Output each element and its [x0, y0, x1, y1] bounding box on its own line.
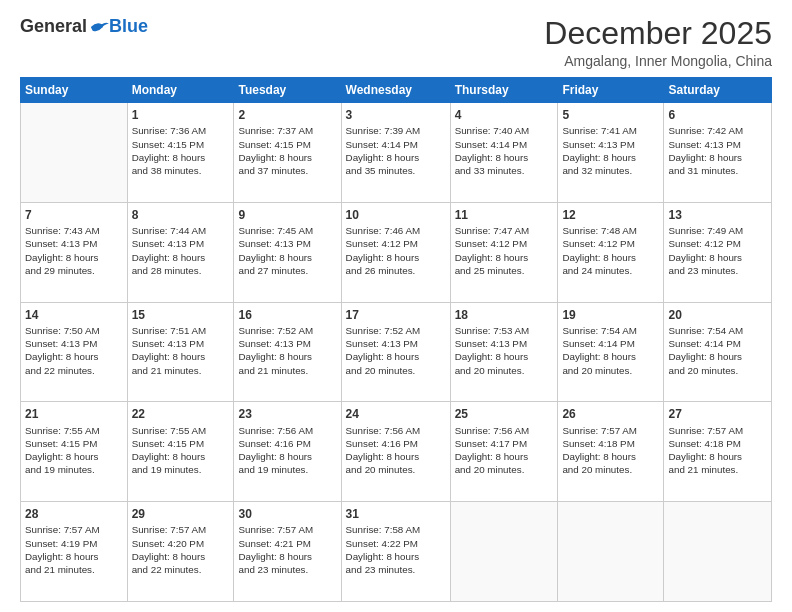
day-info: Sunrise: 7:43 AM Sunset: 4:13 PM Dayligh…	[25, 224, 123, 277]
title-section: December 2025 Amgalang, Inner Mongolia, …	[544, 16, 772, 69]
day-number: 15	[132, 307, 230, 323]
day-number: 13	[668, 207, 767, 223]
weekday-header-friday: Friday	[558, 78, 664, 103]
day-info: Sunrise: 7:54 AM Sunset: 4:14 PM Dayligh…	[668, 324, 767, 377]
calendar-cell	[21, 103, 128, 203]
logo-general-text: General	[20, 16, 87, 37]
calendar-cell: 18Sunrise: 7:53 AM Sunset: 4:13 PM Dayli…	[450, 302, 558, 402]
day-info: Sunrise: 7:57 AM Sunset: 4:21 PM Dayligh…	[238, 523, 336, 576]
calendar-cell: 16Sunrise: 7:52 AM Sunset: 4:13 PM Dayli…	[234, 302, 341, 402]
day-number: 25	[455, 406, 554, 422]
day-number: 5	[562, 107, 659, 123]
calendar-cell: 8Sunrise: 7:44 AM Sunset: 4:13 PM Daylig…	[127, 202, 234, 302]
day-info: Sunrise: 7:56 AM Sunset: 4:16 PM Dayligh…	[346, 424, 446, 477]
weekday-header-sunday: Sunday	[21, 78, 128, 103]
calendar-cell: 9Sunrise: 7:45 AM Sunset: 4:13 PM Daylig…	[234, 202, 341, 302]
day-info: Sunrise: 7:42 AM Sunset: 4:13 PM Dayligh…	[668, 124, 767, 177]
day-info: Sunrise: 7:41 AM Sunset: 4:13 PM Dayligh…	[562, 124, 659, 177]
day-number: 10	[346, 207, 446, 223]
weekday-header-tuesday: Tuesday	[234, 78, 341, 103]
page: General Blue December 2025 Amgalang, Inn…	[0, 0, 792, 612]
calendar-table: SundayMondayTuesdayWednesdayThursdayFrid…	[20, 77, 772, 602]
calendar-cell: 27Sunrise: 7:57 AM Sunset: 4:18 PM Dayli…	[664, 402, 772, 502]
calendar-cell: 31Sunrise: 7:58 AM Sunset: 4:22 PM Dayli…	[341, 502, 450, 602]
calendar-cell: 26Sunrise: 7:57 AM Sunset: 4:18 PM Dayli…	[558, 402, 664, 502]
day-info: Sunrise: 7:36 AM Sunset: 4:15 PM Dayligh…	[132, 124, 230, 177]
day-number: 12	[562, 207, 659, 223]
day-info: Sunrise: 7:57 AM Sunset: 4:18 PM Dayligh…	[668, 424, 767, 477]
day-number: 8	[132, 207, 230, 223]
calendar-cell: 2Sunrise: 7:37 AM Sunset: 4:15 PM Daylig…	[234, 103, 341, 203]
calendar-cell: 20Sunrise: 7:54 AM Sunset: 4:14 PM Dayli…	[664, 302, 772, 402]
calendar-cell: 11Sunrise: 7:47 AM Sunset: 4:12 PM Dayli…	[450, 202, 558, 302]
day-info: Sunrise: 7:50 AM Sunset: 4:13 PM Dayligh…	[25, 324, 123, 377]
day-info: Sunrise: 7:46 AM Sunset: 4:12 PM Dayligh…	[346, 224, 446, 277]
logo: General Blue	[20, 16, 148, 37]
day-info: Sunrise: 7:57 AM Sunset: 4:20 PM Dayligh…	[132, 523, 230, 576]
day-number: 24	[346, 406, 446, 422]
day-info: Sunrise: 7:49 AM Sunset: 4:12 PM Dayligh…	[668, 224, 767, 277]
day-number: 28	[25, 506, 123, 522]
day-number: 22	[132, 406, 230, 422]
calendar-cell: 30Sunrise: 7:57 AM Sunset: 4:21 PM Dayli…	[234, 502, 341, 602]
calendar-week-4: 21Sunrise: 7:55 AM Sunset: 4:15 PM Dayli…	[21, 402, 772, 502]
day-number: 20	[668, 307, 767, 323]
calendar-cell: 6Sunrise: 7:42 AM Sunset: 4:13 PM Daylig…	[664, 103, 772, 203]
day-info: Sunrise: 7:44 AM Sunset: 4:13 PM Dayligh…	[132, 224, 230, 277]
day-info: Sunrise: 7:51 AM Sunset: 4:13 PM Dayligh…	[132, 324, 230, 377]
calendar-cell	[558, 502, 664, 602]
day-info: Sunrise: 7:52 AM Sunset: 4:13 PM Dayligh…	[238, 324, 336, 377]
calendar-cell: 29Sunrise: 7:57 AM Sunset: 4:20 PM Dayli…	[127, 502, 234, 602]
weekday-header-wednesday: Wednesday	[341, 78, 450, 103]
day-info: Sunrise: 7:55 AM Sunset: 4:15 PM Dayligh…	[25, 424, 123, 477]
day-info: Sunrise: 7:57 AM Sunset: 4:18 PM Dayligh…	[562, 424, 659, 477]
day-info: Sunrise: 7:47 AM Sunset: 4:12 PM Dayligh…	[455, 224, 554, 277]
weekday-header-monday: Monday	[127, 78, 234, 103]
day-info: Sunrise: 7:54 AM Sunset: 4:14 PM Dayligh…	[562, 324, 659, 377]
calendar-cell: 10Sunrise: 7:46 AM Sunset: 4:12 PM Dayli…	[341, 202, 450, 302]
day-number: 16	[238, 307, 336, 323]
day-number: 18	[455, 307, 554, 323]
day-number: 30	[238, 506, 336, 522]
calendar-week-1: 1Sunrise: 7:36 AM Sunset: 4:15 PM Daylig…	[21, 103, 772, 203]
day-number: 21	[25, 406, 123, 422]
calendar-cell: 1Sunrise: 7:36 AM Sunset: 4:15 PM Daylig…	[127, 103, 234, 203]
calendar-week-3: 14Sunrise: 7:50 AM Sunset: 4:13 PM Dayli…	[21, 302, 772, 402]
calendar-cell: 15Sunrise: 7:51 AM Sunset: 4:13 PM Dayli…	[127, 302, 234, 402]
day-info: Sunrise: 7:40 AM Sunset: 4:14 PM Dayligh…	[455, 124, 554, 177]
calendar-cell: 12Sunrise: 7:48 AM Sunset: 4:12 PM Dayli…	[558, 202, 664, 302]
main-title: December 2025	[544, 16, 772, 51]
logo-blue-text: Blue	[109, 16, 148, 37]
day-info: Sunrise: 7:52 AM Sunset: 4:13 PM Dayligh…	[346, 324, 446, 377]
subtitle: Amgalang, Inner Mongolia, China	[544, 53, 772, 69]
calendar-cell: 21Sunrise: 7:55 AM Sunset: 4:15 PM Dayli…	[21, 402, 128, 502]
day-number: 26	[562, 406, 659, 422]
calendar-cell: 5Sunrise: 7:41 AM Sunset: 4:13 PM Daylig…	[558, 103, 664, 203]
day-number: 14	[25, 307, 123, 323]
calendar-week-2: 7Sunrise: 7:43 AM Sunset: 4:13 PM Daylig…	[21, 202, 772, 302]
day-info: Sunrise: 7:57 AM Sunset: 4:19 PM Dayligh…	[25, 523, 123, 576]
weekday-header-row: SundayMondayTuesdayWednesdayThursdayFrid…	[21, 78, 772, 103]
day-info: Sunrise: 7:37 AM Sunset: 4:15 PM Dayligh…	[238, 124, 336, 177]
day-number: 1	[132, 107, 230, 123]
day-number: 17	[346, 307, 446, 323]
day-number: 23	[238, 406, 336, 422]
day-number: 9	[238, 207, 336, 223]
logo-bird-icon	[89, 19, 109, 35]
calendar-cell	[664, 502, 772, 602]
day-info: Sunrise: 7:39 AM Sunset: 4:14 PM Dayligh…	[346, 124, 446, 177]
day-number: 2	[238, 107, 336, 123]
calendar-cell	[450, 502, 558, 602]
day-number: 11	[455, 207, 554, 223]
day-number: 4	[455, 107, 554, 123]
day-number: 31	[346, 506, 446, 522]
day-number: 29	[132, 506, 230, 522]
calendar-cell: 7Sunrise: 7:43 AM Sunset: 4:13 PM Daylig…	[21, 202, 128, 302]
day-info: Sunrise: 7:58 AM Sunset: 4:22 PM Dayligh…	[346, 523, 446, 576]
header: General Blue December 2025 Amgalang, Inn…	[20, 16, 772, 69]
day-info: Sunrise: 7:56 AM Sunset: 4:17 PM Dayligh…	[455, 424, 554, 477]
calendar-cell: 17Sunrise: 7:52 AM Sunset: 4:13 PM Dayli…	[341, 302, 450, 402]
calendar-cell: 23Sunrise: 7:56 AM Sunset: 4:16 PM Dayli…	[234, 402, 341, 502]
day-info: Sunrise: 7:48 AM Sunset: 4:12 PM Dayligh…	[562, 224, 659, 277]
calendar-cell: 28Sunrise: 7:57 AM Sunset: 4:19 PM Dayli…	[21, 502, 128, 602]
